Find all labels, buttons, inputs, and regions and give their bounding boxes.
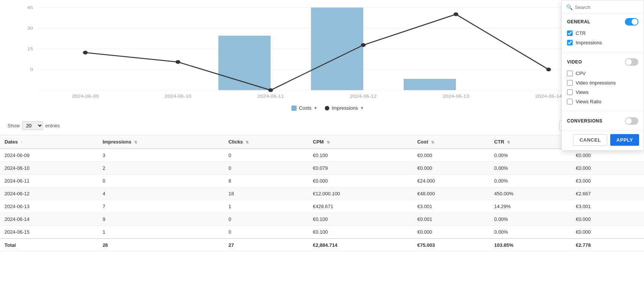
svg-text:2024-06-14: 2024-06-14 [535, 94, 562, 98]
chart-area: 45 30 15 0 [0, 0, 644, 116]
table-row: 2024-06-1510€0.100€0.0000.00%€0.000 [0, 226, 644, 239]
controls-bar: Show 20 50 100 entries Download CSV ▼ Co… [0, 116, 644, 135]
video-title: VIDEO [567, 59, 582, 65]
divider-1 [562, 52, 644, 52]
video-impressions-checkbox[interactable] [567, 80, 573, 86]
conversions-toggle[interactable] [625, 117, 638, 125]
cell-dates: 2024-06-10 [0, 162, 98, 175]
video-toggle[interactable] [625, 58, 638, 66]
impressions-checkbox[interactable] [567, 40, 573, 45]
total-cell-cpc: €2.778 [571, 239, 644, 252]
ctr-checkbox[interactable] [567, 30, 573, 36]
cell-clicks: 0 [224, 226, 308, 239]
svg-point-12 [83, 51, 88, 54]
cell-dates: 2024-06-14 [0, 213, 98, 226]
cell-impressions: 4 [98, 187, 224, 200]
video-section: VIDEO CPV Video Impressions Views Views … [562, 54, 644, 109]
entries-select[interactable]: 20 50 100 [22, 121, 43, 130]
cell-clicks: 0 [224, 162, 308, 175]
apply-button[interactable]: APPLY [610, 134, 639, 146]
legend-impressions[interactable]: Impressions ▼ [325, 105, 364, 111]
clicks-sort-icon: ⇅ [246, 140, 249, 144]
cell-cpm: €0.100 [308, 213, 413, 226]
general-toggle[interactable] [625, 18, 638, 26]
total-row: Total2627€2,884.714€75.003103.85%€2.778 [0, 239, 644, 252]
svg-text:45: 45 [27, 5, 33, 10]
cell-clicks: 18 [224, 187, 308, 200]
chart-legend: Costs ▼ Impressions ▼ [19, 101, 636, 115]
cell-cost: €0.000 [413, 149, 490, 162]
ctr-checkbox-label: CTR [576, 30, 586, 36]
cell-cpc: €3.000 [571, 175, 644, 187]
cell-dates: 2024-06-15 [0, 226, 98, 239]
table-row: 2024-06-1108€0.000€24.0000.00%€3.000 [0, 175, 644, 187]
cell-clicks: 0 [224, 213, 308, 226]
cost-sort-icon: ⇅ [431, 140, 434, 144]
cell-dates: 2024-06-09 [0, 149, 98, 162]
col-impressions[interactable]: Impressions ⇅ [98, 135, 224, 149]
conversions-section: CONVERSIONS [562, 113, 644, 130]
legend-costs[interactable]: Costs ▼ [291, 105, 317, 111]
views-ratio-checkbox[interactable] [567, 99, 573, 104]
svg-point-14 [268, 88, 273, 92]
svg-text:15: 15 [27, 47, 33, 51]
cell-cpm: €428.671 [308, 200, 413, 213]
views-ratio-checkbox-label: Views Ratio [576, 99, 601, 104]
cell-ctr: 0.00% [490, 162, 571, 175]
cell-dates: 2024-06-11 [0, 175, 98, 187]
cell-ctr: 450.00% [490, 187, 571, 200]
table-row: 2024-06-1490€0.100€0.0010.00%€0.000 [0, 213, 644, 226]
cell-ctr: 14.29% [490, 200, 571, 213]
cell-cpm: €0.079 [308, 162, 413, 175]
video-toggle-knob [626, 59, 632, 65]
data-table: Dates ↑ Impressions ⇅ Clicks ⇅ CPM ⇅ Cos… [0, 135, 644, 252]
general-toggle-knob [632, 19, 638, 25]
col-clicks[interactable]: Clicks ⇅ [224, 135, 308, 149]
cell-cost: €48.000 [413, 187, 490, 200]
views-checkbox-label: Views [576, 89, 588, 95]
cell-clicks: 0 [224, 149, 308, 162]
panel-actions: CANCEL APPLY [562, 130, 644, 150]
costs-color-box [291, 106, 297, 111]
views-ratio-checkbox-item: Views Ratio [567, 97, 638, 106]
cell-cost: €0.000 [413, 162, 490, 175]
cell-cost: €24.000 [413, 175, 490, 187]
col-ctr[interactable]: CTR ⇅ [490, 135, 571, 149]
conversions-toggle-knob [626, 118, 632, 124]
costs-arrow[interactable]: ▼ [314, 106, 317, 110]
ctr-checkbox-item: CTR [567, 29, 638, 38]
cell-cpc: €0.000 [571, 213, 644, 226]
cpv-checkbox-label: CPV [576, 71, 586, 76]
impressions-arrow[interactable]: ▼ [360, 106, 364, 110]
svg-point-15 [361, 43, 366, 47]
ctr-sort-icon: ⇅ [507, 140, 510, 144]
general-title: GENERAL [567, 19, 590, 24]
table-container: Dates ↑ Impressions ⇅ Clicks ⇅ CPM ⇅ Cos… [0, 135, 644, 284]
svg-point-13 [176, 60, 181, 64]
cell-cpm: €0.100 [308, 149, 413, 162]
total-cell-cpm: €2,884.714 [308, 239, 413, 252]
table-row: 2024-06-1020€0.079€0.0000.00%€0.000 [0, 162, 644, 175]
impressions-sort-icon: ⇅ [134, 140, 137, 144]
impressions-label: Impressions [332, 105, 358, 111]
views-checkbox[interactable] [567, 89, 573, 95]
col-cpm[interactable]: CPM ⇅ [308, 135, 413, 149]
impressions-checkbox-label: Impressions [576, 40, 602, 45]
divider-2 [562, 111, 644, 111]
impressions-checkbox-item: Impressions [567, 38, 638, 47]
show-label: Show [8, 123, 20, 128]
cell-cpm: €12,000.100 [308, 187, 413, 200]
video-impressions-checkbox-item: Video Impressions [567, 78, 638, 88]
cell-cpc: €0.000 [571, 226, 644, 239]
cell-cost: €0.001 [413, 213, 490, 226]
col-cost[interactable]: Cost ⇅ [413, 135, 490, 149]
col-dates[interactable]: Dates ↑ [0, 135, 98, 149]
cell-cpm: €0.100 [308, 226, 413, 239]
cell-cost: €0.000 [413, 226, 490, 239]
cell-cpc: €3.001 [571, 200, 644, 213]
cancel-button[interactable]: CANCEL [573, 134, 607, 146]
search-input[interactable] [575, 5, 639, 10]
cell-cpc: €0.000 [571, 162, 644, 175]
svg-text:2024-06-11: 2024-06-11 [257, 94, 284, 98]
cpv-checkbox[interactable] [567, 71, 573, 76]
